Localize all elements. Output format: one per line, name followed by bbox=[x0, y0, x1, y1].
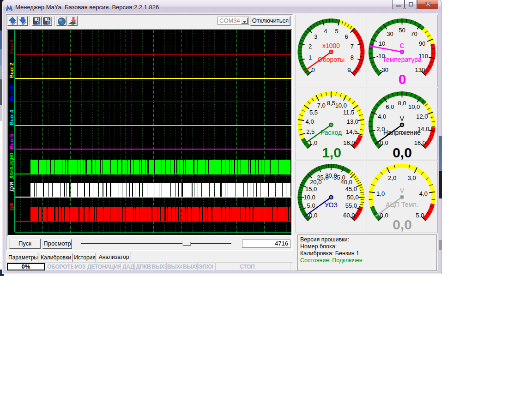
svg-text:8: 8 bbox=[351, 54, 354, 61]
svg-text:90: 90 bbox=[419, 40, 425, 47]
svg-text:70: 70 bbox=[411, 30, 417, 37]
svg-text:2,0: 2,0 bbox=[388, 174, 396, 181]
svg-text:x1000: x1000 bbox=[322, 42, 340, 49]
svg-text:C: C bbox=[399, 42, 404, 49]
svg-text:13,0: 13,0 bbox=[347, 118, 358, 125]
svg-text:30: 30 bbox=[387, 30, 393, 37]
svg-text:8,5: 8,5 bbox=[327, 100, 335, 107]
svg-text:-30: -30 bbox=[380, 66, 388, 73]
svg-text:1,0: 1,0 bbox=[309, 139, 317, 146]
svg-text:5: 5 bbox=[335, 28, 339, 35]
svg-text:V: V bbox=[400, 187, 405, 194]
svg-text:1,0: 1,0 bbox=[322, 145, 341, 160]
svg-text:Вых 4: Вых 4 bbox=[9, 109, 14, 125]
svg-text:10,0: 10,0 bbox=[335, 102, 347, 109]
svg-text:0: 0 bbox=[311, 66, 314, 73]
svg-text:ДУИ: ДУИ bbox=[9, 182, 14, 192]
svg-text:45,0: 45,0 bbox=[345, 186, 357, 192]
svg-text:ДХ/60-2/ДНО: ДХ/60-2/ДНО bbox=[9, 153, 14, 179]
svg-text:Вых 5: Вых 5 bbox=[9, 133, 14, 149]
svg-text:9: 9 bbox=[347, 66, 351, 73]
svg-text:6,0: 6,0 bbox=[386, 103, 394, 110]
svg-text:V: V bbox=[400, 115, 405, 122]
svg-text:8,0: 8,0 bbox=[398, 100, 406, 107]
svg-text:5,0: 5,0 bbox=[307, 202, 315, 209]
svg-text:ДФ: ДФ bbox=[9, 203, 14, 210]
svg-text:1,0: 1,0 bbox=[376, 190, 385, 197]
svg-text:10,0: 10,0 bbox=[303, 194, 315, 201]
svg-text:4,0: 4,0 bbox=[306, 118, 314, 125]
svg-text:7: 7 bbox=[351, 43, 354, 50]
svg-text:5,0: 5,0 bbox=[416, 212, 424, 219]
svg-text:40,0: 40,0 bbox=[341, 179, 352, 186]
svg-text:2,5: 2,5 bbox=[306, 128, 314, 135]
svg-text:Вых 2: Вых 2 bbox=[9, 63, 14, 78]
svg-text:УОЗ: УОЗ bbox=[325, 201, 338, 209]
svg-text:Температура: Температура bbox=[382, 56, 422, 63]
svg-text:4: 4 bbox=[324, 28, 327, 35]
svg-text:50,0: 50,0 bbox=[347, 194, 358, 201]
svg-text:130: 130 bbox=[415, 66, 425, 73]
svg-text:Вых 3: Вых 3 bbox=[9, 86, 14, 101]
svg-text:0,0: 0,0 bbox=[393, 145, 412, 160]
svg-text:50: 50 bbox=[399, 27, 405, 34]
svg-text:14,5: 14,5 bbox=[346, 128, 357, 135]
svg-text:16,0: 16,0 bbox=[343, 139, 355, 146]
svg-text:Вых 1: Вых 1 bbox=[9, 38, 14, 54]
svg-text:7,0: 7,0 bbox=[317, 102, 326, 109]
svg-text:1: 1 bbox=[308, 54, 312, 61]
svg-text:11,5: 11,5 bbox=[343, 109, 354, 116]
svg-text:3: 3 bbox=[314, 33, 317, 40]
svg-text:4,0: 4,0 bbox=[378, 113, 386, 120]
svg-text:15,0: 15,0 bbox=[305, 186, 317, 192]
svg-text:10: 10 bbox=[379, 40, 385, 47]
svg-text:0: 0 bbox=[399, 72, 406, 87]
svg-text:0,0: 0,0 bbox=[393, 217, 412, 232]
svg-text:4,0: 4,0 bbox=[419, 190, 428, 197]
svg-text:АЦП Темп.: АЦП Темп. bbox=[386, 201, 418, 208]
svg-text:2: 2 bbox=[308, 43, 312, 50]
svg-text:55,0: 55,0 bbox=[345, 202, 357, 209]
svg-text:12,0: 12,0 bbox=[416, 113, 428, 120]
svg-text:6: 6 bbox=[345, 33, 348, 40]
svg-text:3,0: 3,0 bbox=[408, 174, 416, 181]
svg-text:10,0: 10,0 bbox=[408, 103, 420, 110]
svg-text:60,0: 60,0 bbox=[343, 212, 355, 219]
svg-text:5,5: 5,5 bbox=[309, 109, 318, 116]
svg-text:16,0: 16,0 bbox=[414, 139, 426, 146]
